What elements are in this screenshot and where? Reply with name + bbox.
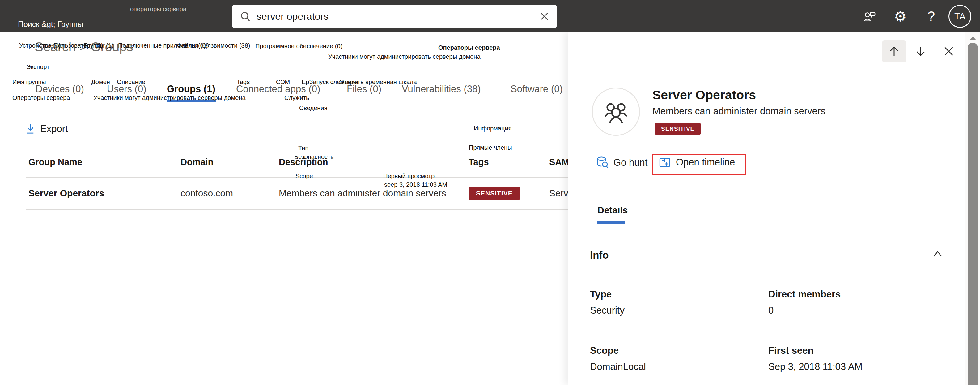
annotation-highlight-box xyxy=(652,154,746,175)
export-button[interactable]: Export xyxy=(25,123,68,135)
table-divider-bottom xyxy=(26,209,568,210)
go-hunt-icon xyxy=(596,156,609,169)
overlay-ru-sam: СЭМ xyxy=(276,78,290,86)
col-header-tags: Tags xyxy=(469,157,489,167)
overlay-ru-software: Программное обеспечение (0) xyxy=(255,43,342,50)
topbar-actions: ⚙ ? TA xyxy=(854,0,980,32)
overlay-ru-vulns: Уязвимости (38) xyxy=(204,42,250,49)
overlay-ru-group-desc: Участники могут администрировать серверы… xyxy=(328,53,480,60)
topbar-overlay-query: операторы сервера xyxy=(130,6,186,13)
overlay-ru-members-admin: Участники могут администрировать серверы… xyxy=(93,94,246,101)
account-avatar[interactable]: TA xyxy=(948,5,971,28)
details-pane xyxy=(568,32,980,385)
pane-prev-button[interactable] xyxy=(882,40,906,62)
overlay-ru-open-timeline: Открыть временная шкала xyxy=(339,78,417,86)
info-section-header[interactable]: Info xyxy=(590,249,609,261)
overlay-ru-details: Сведения xyxy=(299,104,327,112)
global-search-box[interactable] xyxy=(232,5,557,28)
row-sensitive-badge: SENSITIVE xyxy=(469,187,520,200)
group-avatar xyxy=(592,88,640,136)
overlay-ru-export: Экспорт xyxy=(26,63,49,70)
search-input[interactable] xyxy=(251,11,538,22)
topbar-overlay-breadcrumb: Поиск &gt; Группы xyxy=(18,20,83,29)
overlay-ru-domain: Домен xyxy=(91,78,110,86)
go-hunt-button[interactable]: Go hunt xyxy=(596,156,648,169)
group-people-icon xyxy=(602,98,630,125)
feedback-icon[interactable] xyxy=(854,9,885,24)
overlay-ru-security: Безопасность xyxy=(294,153,334,160)
row-group-name: Server Operators xyxy=(29,188,104,198)
app-root: операторы сервера Поиск &gt; Группы ⚙ ? … xyxy=(0,0,980,385)
tab-groups[interactable]: Groups (1) xyxy=(167,83,215,94)
overlay-ru-operators: Операторы сервера xyxy=(12,94,70,101)
go-hunt-label: Go hunt xyxy=(614,157,648,168)
overlay-ru-serve: Служить xyxy=(284,94,309,101)
export-label: Export xyxy=(40,123,68,134)
field-scope-value: DomainLocal xyxy=(590,361,646,372)
pane-sensitive-badge: SENSITIVE xyxy=(655,123,701,134)
overlay-ru-tags: Tags xyxy=(237,78,250,86)
overlay-ru-description: Описание xyxy=(117,78,145,86)
pane-next-button[interactable] xyxy=(909,40,932,62)
overlay-ru-group-title: Операторы сервера xyxy=(438,44,500,51)
help-icon[interactable]: ? xyxy=(916,9,947,24)
overlay-ru-groups: Группы (1) xyxy=(84,42,114,49)
field-direct-members-label: Direct members xyxy=(768,289,841,300)
scrollbar-up-arrow[interactable] xyxy=(968,35,978,43)
export-download-icon xyxy=(25,123,36,135)
pane-title: Server Operators xyxy=(652,88,756,102)
pane-close-icon[interactable] xyxy=(937,40,961,62)
chevron-up-icon[interactable] xyxy=(932,249,943,260)
col-header-group-name: Group Name xyxy=(29,157,82,167)
col-header-domain: Domain xyxy=(180,157,213,167)
overlay-ru-direct-members: Прямые члены xyxy=(469,144,512,151)
search-clear-icon[interactable] xyxy=(538,11,550,22)
field-type-value: Security xyxy=(590,305,625,316)
search-icon xyxy=(239,10,251,22)
pane-subtitle: Members can administer domain servers xyxy=(652,106,826,117)
pane-divider xyxy=(590,240,944,240)
field-first-seen-label: First seen xyxy=(768,345,813,356)
field-scope-label: Scope xyxy=(590,345,619,356)
settings-gear-icon[interactable]: ⚙ xyxy=(885,9,916,24)
scrollbar-thumb[interactable] xyxy=(968,43,978,385)
row-sam: Serve xyxy=(549,188,568,198)
field-type-label: Type xyxy=(590,289,612,300)
overlay-ru-group-name: Имя группы xyxy=(12,78,46,86)
overlay-ru-first-seen-value: seep 3, 2018 11:03 AM xyxy=(384,181,447,189)
row-domain: contoso.com xyxy=(180,188,233,198)
col-header-sam: SAM xyxy=(549,157,568,167)
tab-software[interactable]: Software (0) xyxy=(511,83,563,94)
overlay-ru-type: Тип xyxy=(298,145,309,152)
overlay-ru-scope: Scope xyxy=(296,173,313,180)
overlay-ru-files: Файлы (0) xyxy=(177,42,206,49)
field-first-seen-value: Sep 3, 2018 11:03 AM xyxy=(768,361,862,372)
field-direct-members-value: 0 xyxy=(768,305,773,316)
pane-tab-underline xyxy=(597,221,625,224)
row-description: Members can administer domain servers xyxy=(279,188,446,198)
overlay-ru-info: Информация xyxy=(474,125,511,132)
overlay-ru-first-seen: Первый просмотр xyxy=(383,173,434,180)
pane-tab-details[interactable]: Details xyxy=(597,205,628,216)
